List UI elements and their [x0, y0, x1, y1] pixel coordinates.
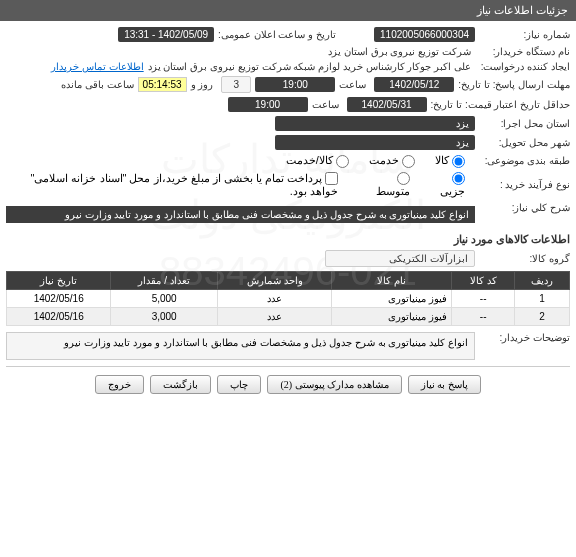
label-remaining: ساعت باقی مانده — [57, 79, 138, 90]
opt-goods: کالا — [435, 154, 449, 166]
section-items-title: اطلاعات کالاهای مورد نیاز — [6, 233, 570, 246]
link-contact-info[interactable]: اطلاعات تماس خریدار — [51, 61, 144, 72]
label-buy-type: نوع فرآیند خرید : — [475, 179, 570, 190]
table-row[interactable]: 2 -- فیوز مینیاتوری عدد 3,000 1402/05/16 — [7, 308, 570, 326]
row-deadline: مهلت ارسال پاسخ: تا تاریخ: 1402/05/12 سا… — [6, 76, 570, 93]
window-header: جزئیات اطلاعات نیاز — [0, 0, 576, 21]
row-group: گروه کالا: ابزارآلات الکتریکی — [6, 250, 570, 267]
row-need-number: شماره نیاز: 1102005066000304 تاریخ و ساع… — [6, 27, 570, 42]
table-row[interactable]: 1 -- فیوز مینیاتوری عدد 5,000 1402/05/16 — [7, 290, 570, 308]
value-remaining-time: 05:14:53 — [138, 77, 187, 92]
radio-goods[interactable] — [452, 155, 465, 168]
value-need-no: 1102005066000304 — [374, 27, 475, 42]
value-need-desc: انواع کلید مینیاتوری به شرح جدول ذیل و م… — [6, 206, 475, 223]
opt-service: خدمت — [369, 154, 399, 166]
window-title: جزئیات اطلاعات نیاز — [477, 4, 568, 16]
label-need-desc: شرح کلي نياز: — [475, 202, 570, 227]
opt-medium: متوسط — [376, 185, 410, 197]
row-category: طبقه بندی موضوعی: کالا خدمت کالا/خدمت — [6, 154, 570, 168]
back-button[interactable]: بازگشت — [150, 375, 211, 394]
value-requester: علی اکبر جوکار کارشناس خرید لوازم شبکه ش… — [144, 61, 475, 72]
label-need-no: شماره نیاز: — [475, 29, 570, 40]
cell: 1402/05/16 — [7, 290, 111, 308]
note-treasury: پرداخت تمام یا بخشی از مبلغ خرید،از محل … — [31, 172, 338, 198]
value-deadline-date: 1402/05/12 — [374, 77, 454, 92]
items-table: ردیف کد کالا نام کالا واحد شمارش تعداد /… — [6, 271, 570, 326]
radio-minor[interactable] — [452, 172, 465, 185]
respond-button[interactable]: پاسخ به نیاز — [408, 375, 481, 394]
cell: فیوز مینیاتوری — [332, 308, 452, 326]
cell: عدد — [217, 308, 331, 326]
exit-button[interactable]: خروج — [95, 375, 144, 394]
opt-both: کالا/خدمت — [286, 154, 333, 166]
check-treasury[interactable] — [325, 172, 338, 185]
th-row: ردیف — [515, 272, 570, 290]
cell: فیوز مینیاتوری — [332, 290, 452, 308]
th-code: کد کالا — [452, 272, 515, 290]
row-buyer: نام دستگاه خریدار: شرکت توزیع نیروی برق … — [6, 46, 570, 57]
cell: عدد — [217, 290, 331, 308]
radio-service[interactable] — [402, 155, 415, 168]
label-validity: حداقل تاریخ اعتبار قیمت: تا تاریخ: — [427, 99, 570, 110]
th-name: نام کالا — [332, 272, 452, 290]
opt-minor: جزیی — [440, 185, 465, 197]
cell: 3,000 — [111, 308, 218, 326]
label-deliver-loc: شهر محل تحویل: — [475, 137, 570, 148]
value-deadline-time: 19:00 — [255, 77, 335, 92]
print-button[interactable]: چاپ — [217, 375, 261, 394]
radio-both[interactable] — [336, 155, 349, 168]
label-announce: تاریخ و ساعت اعلان عمومی: — [214, 29, 340, 40]
label-exec-loc: استان محل اجرا: — [475, 118, 570, 129]
cell: 2 — [515, 308, 570, 326]
main-content: سامانه تدارکات الکترونیکی دولت 021-88342… — [0, 21, 576, 408]
value-buyer: شرکت توزیع نیروی برق استان یزد — [324, 46, 475, 57]
label-buyer: نام دستگاه خریدار: — [475, 46, 570, 57]
label-category: طبقه بندی موضوعی: — [475, 155, 570, 166]
th-qty: تعداد / مقدار — [111, 272, 218, 290]
row-need-desc: شرح کلي نياز: انواع کلید مینیاتوری به شر… — [6, 202, 570, 227]
row-validity: حداقل تاریخ اعتبار قیمت: تا تاریخ: 1402/… — [6, 97, 570, 112]
cell: 1 — [515, 290, 570, 308]
row-requester: ایجاد کننده درخواست: علی اکبر جوکار کارش… — [6, 61, 570, 72]
label-time1: ساعت — [335, 79, 370, 90]
row-buyer-note: توضیحات خریدار: انواع کلید مینیاتوری به … — [6, 332, 570, 360]
cell: -- — [452, 290, 515, 308]
value-buyer-note: انواع کلید مینیاتوری به شرح جدول ذیل و م… — [6, 332, 475, 360]
label-group: گروه کالا: — [475, 253, 570, 264]
row-deliver-location: شهر محل تحویل: یزد — [6, 135, 570, 150]
cell: -- — [452, 308, 515, 326]
row-buy-type: نوع فرآیند خرید : جزیی متوسط پرداخت تمام… — [6, 172, 570, 199]
value-group: ابزارآلات الکتریکی — [325, 250, 475, 267]
value-deliver-loc: یزد — [275, 135, 475, 150]
value-exec-loc: یزد — [275, 116, 475, 131]
th-unit: واحد شمارش — [217, 272, 331, 290]
label-time2: ساعت — [308, 99, 343, 110]
cell: 5,000 — [111, 290, 218, 308]
label-requester: ایجاد کننده درخواست: — [475, 61, 570, 72]
value-validity-time: 19:00 — [228, 97, 308, 112]
table-header-row: ردیف کد کالا نام کالا واحد شمارش تعداد /… — [7, 272, 570, 290]
footer-buttons: پاسخ به نیاز مشاهده مدارک پیوستی (2) چاپ… — [6, 366, 570, 402]
radio-medium[interactable] — [397, 172, 410, 185]
row-exec-location: استان محل اجرا: یزد — [6, 116, 570, 131]
th-date: تاریخ نیاز — [7, 272, 111, 290]
label-buyer-note: توضیحات خریدار: — [475, 332, 570, 343]
label-deadline: مهلت ارسال پاسخ: تا تاریخ: — [454, 79, 570, 90]
attachments-button[interactable]: مشاهده مدارک پیوستی (2) — [267, 375, 401, 394]
value-validity-date: 1402/05/31 — [347, 97, 427, 112]
value-days: 3 — [221, 76, 251, 93]
cell: 1402/05/16 — [7, 308, 111, 326]
value-announce: 1402/05/09 - 13:31 — [118, 27, 214, 42]
label-days: روز و — [187, 79, 218, 90]
